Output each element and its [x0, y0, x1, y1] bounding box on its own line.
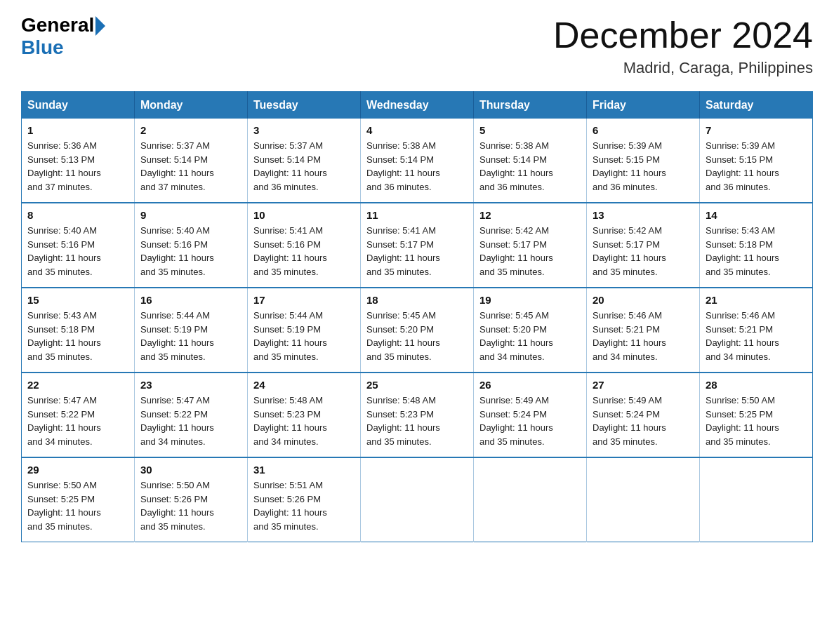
day-number: 11: [366, 209, 468, 221]
day-info: Sunrise: 5:50 AMSunset: 5:25 PMDaylight:…: [27, 478, 128, 533]
day-info: Sunrise: 5:41 AMSunset: 5:17 PMDaylight:…: [366, 224, 468, 279]
day-info: Sunrise: 5:45 AMSunset: 5:20 PMDaylight:…: [479, 309, 581, 363]
calendar-cell: 31 Sunrise: 5:51 AMSunset: 5:26 PMDaylig…: [248, 457, 361, 542]
calendar-cell: 5 Sunrise: 5:38 AMSunset: 5:14 PMDayligh…: [474, 119, 587, 203]
calendar-cell: 2 Sunrise: 5:37 AMSunset: 5:14 PMDayligh…: [135, 119, 248, 203]
day-number: 14: [706, 209, 807, 221]
day-number: 31: [253, 464, 355, 476]
calendar-cell: 10 Sunrise: 5:41 AMSunset: 5:16 PMDaylig…: [248, 203, 361, 288]
day-number: 12: [479, 209, 581, 221]
calendar-table: SundayMondayTuesdayWednesdayThursdayFrid…: [21, 91, 813, 542]
day-number: 10: [253, 209, 355, 221]
day-number: 17: [253, 294, 355, 306]
logo-blue-text: Blue: [21, 36, 64, 59]
calendar-cell: [361, 457, 474, 542]
calendar-cell: 29 Sunrise: 5:50 AMSunset: 5:25 PMDaylig…: [22, 457, 135, 542]
calendar-cell: 8 Sunrise: 5:40 AMSunset: 5:16 PMDayligh…: [22, 203, 135, 288]
day-info: Sunrise: 5:48 AMSunset: 5:23 PMDaylight:…: [366, 394, 468, 448]
logo: General Blue: [21, 14, 105, 59]
day-number: 24: [253, 379, 355, 391]
header-sunday: Sunday: [22, 92, 135, 119]
month-year-title: December 2024: [553, 14, 813, 56]
calendar-week-1: 1 Sunrise: 5:36 AMSunset: 5:13 PMDayligh…: [22, 119, 813, 203]
day-number: 6: [593, 124, 694, 136]
day-number: 15: [27, 294, 128, 306]
calendar-cell: 30 Sunrise: 5:50 AMSunset: 5:26 PMDaylig…: [135, 457, 248, 542]
day-info: Sunrise: 5:44 AMSunset: 5:19 PMDaylight:…: [253, 309, 355, 363]
day-info: Sunrise: 5:40 AMSunset: 5:16 PMDaylight:…: [27, 224, 128, 279]
calendar-cell: 16 Sunrise: 5:44 AMSunset: 5:19 PMDaylig…: [135, 288, 248, 373]
day-number: 5: [479, 124, 581, 136]
calendar-cell: 23 Sunrise: 5:47 AMSunset: 5:22 PMDaylig…: [135, 373, 248, 457]
day-number: 2: [140, 124, 241, 136]
location-title: Madrid, Caraga, Philippines: [553, 59, 813, 77]
calendar-week-5: 29 Sunrise: 5:50 AMSunset: 5:25 PMDaylig…: [22, 457, 813, 542]
day-info: Sunrise: 5:49 AMSunset: 5:24 PMDaylight:…: [593, 394, 694, 448]
day-number: 20: [593, 294, 694, 306]
day-number: 1: [27, 124, 128, 136]
header-thursday: Thursday: [474, 92, 587, 119]
calendar-cell: 28 Sunrise: 5:50 AMSunset: 5:25 PMDaylig…: [700, 373, 813, 457]
title-section: December 2024 Madrid, Caraga, Philippine…: [553, 14, 813, 77]
day-info: Sunrise: 5:42 AMSunset: 5:17 PMDaylight:…: [593, 224, 694, 279]
calendar-cell: 24 Sunrise: 5:48 AMSunset: 5:23 PMDaylig…: [248, 373, 361, 457]
header-monday: Monday: [135, 92, 248, 119]
calendar-cell: [474, 457, 587, 542]
day-number: 28: [706, 379, 807, 391]
calendar-cell: 22 Sunrise: 5:47 AMSunset: 5:22 PMDaylig…: [22, 373, 135, 457]
calendar-cell: 7 Sunrise: 5:39 AMSunset: 5:15 PMDayligh…: [700, 119, 813, 203]
header-tuesday: Tuesday: [248, 92, 361, 119]
day-number: 29: [27, 464, 128, 476]
header-friday: Friday: [587, 92, 700, 119]
day-info: Sunrise: 5:38 AMSunset: 5:14 PMDaylight:…: [366, 139, 468, 194]
header-wednesday: Wednesday: [361, 92, 474, 119]
day-number: 16: [140, 294, 241, 306]
calendar-cell: 1 Sunrise: 5:36 AMSunset: 5:13 PMDayligh…: [22, 119, 135, 203]
calendar-cell: 18 Sunrise: 5:45 AMSunset: 5:20 PMDaylig…: [361, 288, 474, 373]
day-number: 18: [366, 294, 468, 306]
day-info: Sunrise: 5:38 AMSunset: 5:14 PMDaylight:…: [479, 139, 581, 194]
day-number: 7: [706, 124, 807, 136]
calendar-cell: [587, 457, 700, 542]
calendar-cell: 21 Sunrise: 5:46 AMSunset: 5:21 PMDaylig…: [700, 288, 813, 373]
calendar-cell: 12 Sunrise: 5:42 AMSunset: 5:17 PMDaylig…: [474, 203, 587, 288]
day-number: 3: [253, 124, 355, 136]
day-number: 25: [366, 379, 468, 391]
day-number: 19: [479, 294, 581, 306]
calendar-week-4: 22 Sunrise: 5:47 AMSunset: 5:22 PMDaylig…: [22, 373, 813, 457]
calendar-cell: 27 Sunrise: 5:49 AMSunset: 5:24 PMDaylig…: [587, 373, 700, 457]
day-number: 30: [140, 464, 241, 476]
calendar-cell: 6 Sunrise: 5:39 AMSunset: 5:15 PMDayligh…: [587, 119, 700, 203]
calendar-cell: 15 Sunrise: 5:43 AMSunset: 5:18 PMDaylig…: [22, 288, 135, 373]
calendar-cell: 14 Sunrise: 5:43 AMSunset: 5:18 PMDaylig…: [700, 203, 813, 288]
day-number: 23: [140, 379, 241, 391]
day-info: Sunrise: 5:47 AMSunset: 5:22 PMDaylight:…: [27, 394, 128, 448]
calendar-header-row: SundayMondayTuesdayWednesdayThursdayFrid…: [22, 92, 813, 119]
header-saturday: Saturday: [700, 92, 813, 119]
calendar-cell: 13 Sunrise: 5:42 AMSunset: 5:17 PMDaylig…: [587, 203, 700, 288]
calendar-week-3: 15 Sunrise: 5:43 AMSunset: 5:18 PMDaylig…: [22, 288, 813, 373]
calendar-cell: 25 Sunrise: 5:48 AMSunset: 5:23 PMDaylig…: [361, 373, 474, 457]
day-info: Sunrise: 5:42 AMSunset: 5:17 PMDaylight:…: [479, 224, 581, 279]
day-info: Sunrise: 5:37 AMSunset: 5:14 PMDaylight:…: [253, 139, 355, 194]
day-number: 9: [140, 209, 241, 221]
day-number: 8: [27, 209, 128, 221]
day-info: Sunrise: 5:47 AMSunset: 5:22 PMDaylight:…: [140, 394, 241, 448]
day-info: Sunrise: 5:43 AMSunset: 5:18 PMDaylight:…: [706, 224, 807, 279]
calendar-cell: [700, 457, 813, 542]
day-info: Sunrise: 5:50 AMSunset: 5:26 PMDaylight:…: [140, 478, 241, 533]
calendar-week-2: 8 Sunrise: 5:40 AMSunset: 5:16 PMDayligh…: [22, 203, 813, 288]
day-number: 26: [479, 379, 581, 391]
day-info: Sunrise: 5:46 AMSunset: 5:21 PMDaylight:…: [706, 309, 807, 363]
day-info: Sunrise: 5:40 AMSunset: 5:16 PMDaylight:…: [140, 224, 241, 279]
day-info: Sunrise: 5:39 AMSunset: 5:15 PMDaylight:…: [593, 139, 694, 194]
page-header: General Blue December 2024 Madrid, Carag…: [21, 14, 813, 77]
calendar-cell: 26 Sunrise: 5:49 AMSunset: 5:24 PMDaylig…: [474, 373, 587, 457]
day-info: Sunrise: 5:36 AMSunset: 5:13 PMDaylight:…: [27, 139, 128, 194]
day-info: Sunrise: 5:49 AMSunset: 5:24 PMDaylight:…: [479, 394, 581, 448]
day-info: Sunrise: 5:46 AMSunset: 5:21 PMDaylight:…: [593, 309, 694, 363]
day-info: Sunrise: 5:43 AMSunset: 5:18 PMDaylight:…: [27, 309, 128, 363]
calendar-cell: 20 Sunrise: 5:46 AMSunset: 5:21 PMDaylig…: [587, 288, 700, 373]
calendar-cell: 11 Sunrise: 5:41 AMSunset: 5:17 PMDaylig…: [361, 203, 474, 288]
day-number: 22: [27, 379, 128, 391]
